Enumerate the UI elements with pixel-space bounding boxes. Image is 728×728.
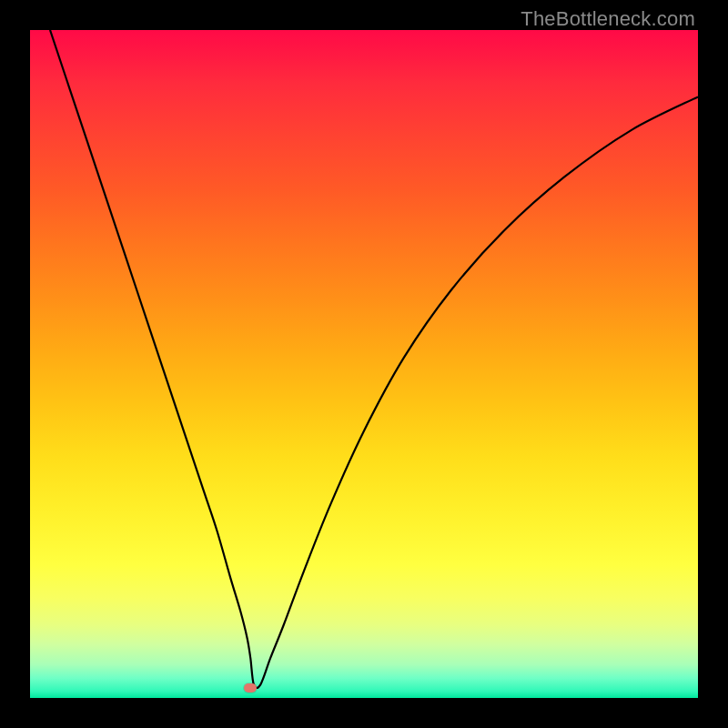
plot-area xyxy=(30,30,698,698)
watermark-text: TheBottleneck.com xyxy=(521,7,695,31)
minimum-marker xyxy=(244,683,257,693)
bottleneck-curve xyxy=(50,30,698,688)
chart-frame: TheBottleneck.com xyxy=(0,0,728,728)
curve-svg xyxy=(30,30,698,698)
